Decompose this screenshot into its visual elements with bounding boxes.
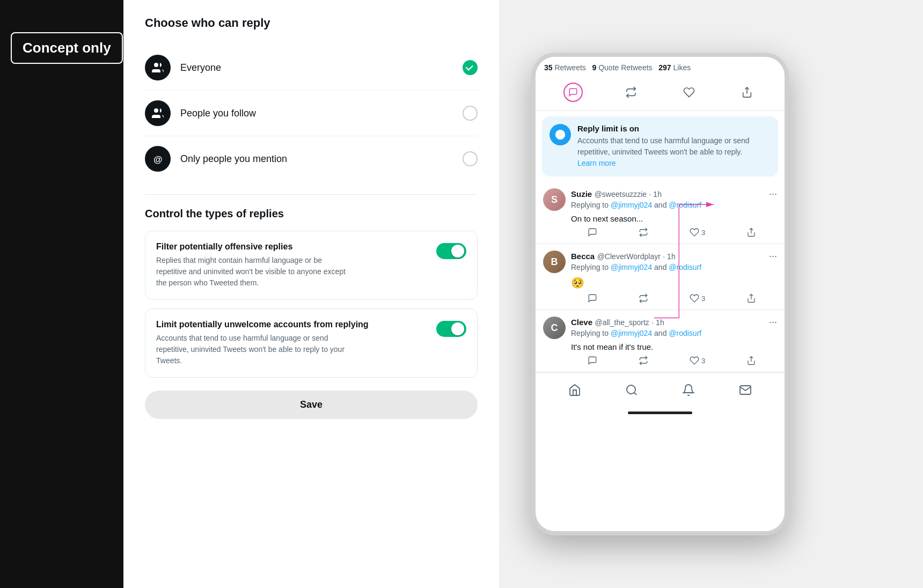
svg-line-10 (634, 393, 636, 395)
replying-link2-suzie[interactable]: @rodisurf (669, 201, 701, 209)
tweet-time-suzie2: 1h (653, 190, 662, 199)
option-label-following: People you follow (180, 108, 453, 119)
phone-bottom-nav (536, 372, 785, 407)
like-action-suzie[interactable]: 3 (690, 227, 705, 237)
tweet-header-suzie: S Suzie @sweetsuzzzie · 1h ··· (543, 188, 777, 211)
share-action-cleve[interactable] (746, 356, 756, 365)
replying-link-cleve[interactable]: @jimmyj024 (611, 329, 652, 337)
retweet-action-suzie[interactable] (639, 227, 648, 237)
author-row-suzie: Suzie @sweetsuzzzie · 1h ··· (571, 188, 777, 200)
share-action-suzie[interactable] (746, 227, 756, 237)
replying-link2-cleve[interactable]: @rodisurf (669, 329, 701, 337)
likes-label: Likes (673, 63, 691, 72)
svg-point-0 (154, 63, 158, 67)
share-action-icon[interactable] (735, 80, 759, 104)
retweet-action-becca[interactable] (639, 293, 648, 303)
filter-toggle[interactable] (436, 243, 466, 259)
replying-link2-becca[interactable]: @rodisurf (669, 263, 701, 271)
reply-action-suzie[interactable] (588, 227, 597, 237)
tweet-header-becca: B Becca @CleverWordplayr · 1h ··· (543, 251, 777, 273)
author-handle-suzie: @sweetsuzzzie (595, 190, 647, 199)
reply-limit-text: Reply limit is on Accounts that tend to … (577, 124, 771, 169)
control-title: Control the types of replies (145, 208, 478, 220)
tweet-dots-cleve[interactable]: ··· (769, 317, 777, 328)
filter-offensive-box: Filter potentially offensive replies Rep… (145, 231, 478, 300)
reply-action-cleve[interactable] (588, 356, 597, 365)
quote-count: 9 (592, 63, 597, 72)
learn-more-link[interactable]: Learn more (577, 159, 616, 167)
like-action-icon[interactable] (677, 80, 701, 104)
author-handle-cleve: @all_the_sportz (595, 318, 649, 327)
reply-option-following[interactable]: People you follow (145, 91, 478, 136)
author-handle-becca: @CleverWordplayr (597, 252, 661, 261)
limit-desc: Accounts that tend to use harmful langua… (156, 333, 349, 366)
reply-action-icon[interactable] (561, 80, 585, 104)
nav-notifications-icon[interactable] (677, 378, 700, 402)
tweet-body-suzie: On to next season... (571, 214, 777, 223)
retweet-action-cleve[interactable] (639, 356, 648, 365)
tweet-reply-suzie: S Suzie @sweetsuzzzie · 1h ··· (536, 182, 785, 244)
replying-link-suzie[interactable]: @jimmyj024 (611, 201, 652, 209)
retweet-count: 35 (544, 63, 553, 72)
reply-option-mention[interactable]: @ Only people you mention (145, 136, 478, 181)
nav-home-icon[interactable] (563, 378, 587, 402)
like-action-becca[interactable]: 3 (690, 293, 705, 303)
phone-area: 35 Retweets 9 Quote Retweets 297 Likes (499, 0, 923, 588)
option-label-mention: Only people you mention (180, 153, 453, 165)
phone-content: 35 Retweets 9 Quote Retweets 297 Likes (536, 57, 785, 421)
radio-following[interactable] (463, 106, 478, 121)
retweet-action-icon[interactable] (619, 80, 643, 104)
nav-search-icon[interactable] (620, 378, 643, 402)
avatar-becca: B (543, 251, 566, 273)
reply-circle (563, 83, 583, 102)
filter-text: Filter potentially offensive replies Rep… (156, 242, 349, 289)
tweet-meta-cleve: Cleve @all_the_sportz · 1h ··· Replying … (571, 317, 777, 337)
tweet-dots-becca[interactable]: ··· (769, 251, 777, 262)
share-action-becca[interactable] (746, 293, 756, 303)
section-divider (145, 194, 478, 195)
limit-toggle[interactable] (436, 321, 466, 337)
like-count-suzie: 3 (701, 229, 705, 237)
svg-text:@: @ (153, 155, 163, 165)
reply-options: Everyone People you follow @ Only people… (145, 45, 478, 181)
tweet-header-cleve: C Cleve @all_the_sportz · 1h ··· (543, 317, 777, 339)
home-bar (536, 407, 785, 421)
save-btn-area: Save (145, 391, 478, 424)
like-action-cleve[interactable]: 3 (690, 356, 705, 365)
tweet-time-becca: 1h (667, 252, 676, 261)
limit-accounts-row: Limit potentially unwelcome accounts fro… (156, 320, 466, 366)
tweet-dots-suzie[interactable]: ··· (769, 188, 777, 200)
concept-panel: Concept only (0, 0, 123, 588)
limit-toggle-thumb (451, 322, 464, 335)
nav-messages-icon[interactable] (734, 378, 757, 402)
save-button[interactable]: Save (145, 391, 478, 419)
reply-limit-title: Reply limit is on (577, 124, 771, 133)
tweet-actions-cleve: 3 (567, 356, 777, 365)
retweet-label: Retweets (554, 63, 585, 72)
likes-count: 297 (658, 63, 671, 72)
settings-panel: Choose who can reply Everyone People you… (123, 0, 499, 588)
group-icon-following (145, 100, 171, 126)
reply-limit-icon (550, 124, 571, 145)
tweet-actions-suzie: 3 (567, 227, 777, 237)
svg-point-9 (627, 385, 635, 394)
radio-everyone[interactable] (463, 60, 478, 75)
reply-limit-desc: Accounts that tend to use harmful langua… (577, 135, 771, 169)
author-name-cleve: Cleve (571, 318, 592, 327)
replying-becca: Replying to @jimmyj024 and @rodisurf (571, 263, 777, 271)
reply-action-becca[interactable] (588, 293, 597, 303)
like-count-cleve: 3 (701, 357, 705, 365)
replying-cleve: Replying to @jimmyj024 and @rodisurf (571, 329, 777, 337)
limit-accounts-box: Limit potentially unwelcome accounts fro… (145, 308, 478, 378)
reply-option-everyone[interactable]: Everyone (145, 45, 478, 91)
tweet-actions-becca: 3 (567, 293, 777, 303)
replying-link-becca[interactable]: @jimmyj024 (611, 263, 652, 271)
radio-mention[interactable] (463, 151, 478, 166)
filter-label: Filter potentially offensive replies (156, 242, 349, 252)
option-label-everyone: Everyone (180, 62, 453, 74)
author-name-becca: Becca (571, 252, 595, 261)
at-icon-mention: @ (145, 146, 171, 172)
group-icon-everyone (145, 55, 171, 80)
svg-point-1 (154, 108, 158, 113)
tweet-meta-suzie: Suzie @sweetsuzzzie · 1h ··· Replying to… (571, 188, 777, 209)
